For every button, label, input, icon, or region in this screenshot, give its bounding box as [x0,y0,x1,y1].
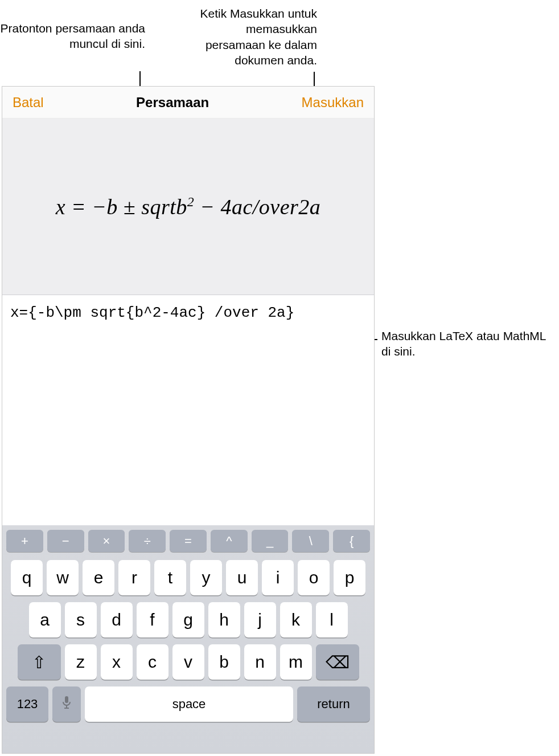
keyboard-bottom-row: 123 space return [2,683,374,725]
equation-source-input[interactable]: x={-b\pm sqrt{b^2-4ac} /over 2a} [2,295,374,526]
keyboard-row-1: qwertyuiop [2,557,374,599]
numbers-label: 123 [17,697,38,712]
key-j[interactable]: j [244,602,276,638]
key-{[interactable]: { [333,530,370,552]
key-t[interactable]: t [154,560,186,595]
return-label: return [317,697,350,712]
callout-preview: Pratonton persamaan anda muncul di sini. [0,21,145,52]
return-key[interactable]: return [297,686,370,722]
callout-insert: Ketik Masukkan untuk memasukkan persamaa… [189,6,317,68]
backspace-icon: ⌫ [326,652,350,672]
key-_[interactable]: _ [252,530,289,552]
insert-button[interactable]: Masukkan [302,95,364,111]
equation-source-text: x={-b\pm sqrt{b^2-4ac} /over 2a} [10,304,366,321]
key-x[interactable]: x [101,644,133,680]
key-v[interactable]: v [172,644,204,680]
title-label: Persamaan [136,95,209,111]
cancel-button[interactable]: Batal [13,95,44,111]
callout-preview-text: Pratonton persamaan anda muncul di sini. [0,22,145,50]
key-^[interactable]: ^ [211,530,248,552]
key-a[interactable]: a [29,602,61,638]
key-o[interactable]: o [298,560,330,595]
svg-rect-0 [65,696,68,703]
keyboard: +−×÷=^_\{ qwertyuiop asdfghjkl ⇧ zxcvbnm… [2,525,374,753]
top-bar: Batal Persamaan Masukkan [2,87,374,118]
key-s[interactable]: s [65,602,97,638]
key-u[interactable]: u [226,560,258,595]
callout-insert-text: Ketik Masukkan untuk memasukkan persamaa… [200,7,317,67]
key-+[interactable]: + [6,530,43,552]
key-n[interactable]: n [244,644,276,680]
callout-input: Masukkan LaTeX atau MathML di sini. [381,328,552,359]
key-i[interactable]: i [262,560,294,595]
keyboard-row-2: asdfghjkl [2,599,374,641]
key-b[interactable]: b [208,644,240,680]
equation-preview: x = −b ± sqrtb2 − 4ac/over2a [2,118,374,295]
key-z[interactable]: z [65,644,97,680]
key-r[interactable]: r [118,560,150,595]
keyboard-row-3: ⇧ zxcvbnm ⌫ [2,641,374,683]
key-g[interactable]: g [172,602,204,638]
key-\[interactable]: \ [292,530,329,552]
space-key[interactable]: space [85,686,293,722]
space-label: space [172,697,206,712]
key-p[interactable]: p [334,560,365,595]
key-d[interactable]: d [101,602,133,638]
key-l[interactable]: l [316,602,348,638]
key-÷[interactable]: ÷ [129,530,166,552]
key-k[interactable]: k [280,602,312,638]
numbers-key[interactable]: 123 [6,686,48,722]
mic-key[interactable] [52,686,81,722]
key-q[interactable]: q [11,560,43,595]
callout-input-text: Masukkan LaTeX atau MathML di sini. [381,329,546,358]
key-−[interactable]: − [47,530,84,552]
equation-editor-window: Batal Persamaan Masukkan x = −b ± sqrtb2… [2,86,375,754]
key-c[interactable]: c [137,644,168,680]
key-f[interactable]: f [137,602,168,638]
key-=[interactable]: = [170,530,207,552]
symbol-row: +−×÷=^_\{ [2,530,374,557]
key-w[interactable]: w [47,560,79,595]
key-e[interactable]: e [83,560,114,595]
shift-icon: ⇧ [32,652,46,672]
backspace-key[interactable]: ⌫ [316,644,359,680]
key-×[interactable]: × [88,530,125,552]
key-y[interactable]: y [190,560,222,595]
key-h[interactable]: h [208,602,240,638]
mic-icon [61,694,72,714]
rendered-equation: x = −b ± sqrtb2 − 4ac/over2a [56,194,321,219]
key-m[interactable]: m [280,644,312,680]
shift-key[interactable]: ⇧ [18,644,61,680]
